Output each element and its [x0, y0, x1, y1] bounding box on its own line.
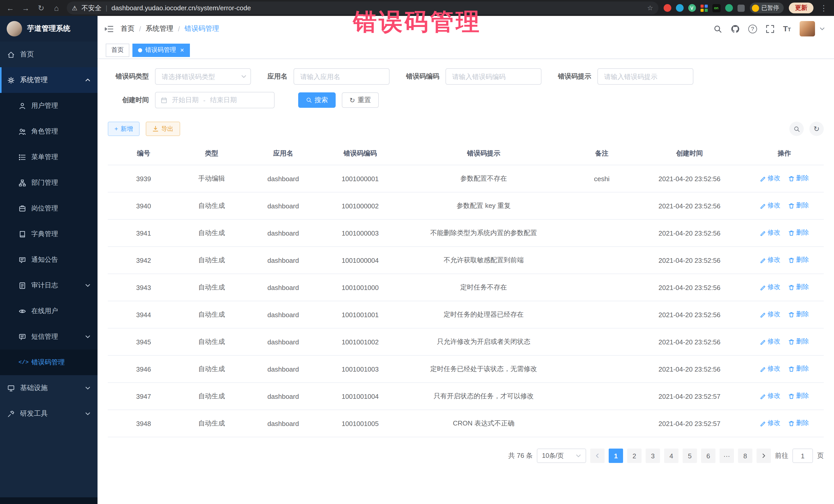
edit-link[interactable]: 修改	[760, 229, 781, 237]
sidebar-item-audit-log[interactable]: 审计日志	[0, 272, 97, 298]
sidebar-item-department-management[interactable]: 部门管理	[0, 170, 97, 196]
delete-link[interactable]: 删除	[788, 229, 809, 237]
sidebar-item-menu-management[interactable]: 菜单管理	[0, 144, 97, 170]
sidebar-item-system-management[interactable]: 系统管理	[0, 67, 97, 93]
sidebar-item-infrastructure[interactable]: 基础设施	[0, 375, 97, 401]
toggle-search-button[interactable]	[789, 122, 804, 136]
cell-remark	[570, 192, 634, 219]
browser-home-icon[interactable]: ⌂	[51, 4, 62, 12]
delete-link[interactable]: 删除	[788, 201, 809, 210]
goto-page-input[interactable]	[792, 448, 813, 463]
delete-link[interactable]: 删除	[788, 283, 809, 292]
error-message-input[interactable]	[597, 68, 694, 85]
reset-button[interactable]: ↻ 重置	[342, 92, 379, 108]
page-button-2[interactable]: 2	[627, 448, 641, 463]
browser-back-icon[interactable]: ←	[5, 4, 15, 12]
edit-link[interactable]: 修改	[760, 392, 781, 400]
page-size-select[interactable]: 10条/页	[537, 448, 586, 463]
pencil-icon	[760, 284, 766, 290]
sidebar-item-role-management[interactable]: 角色管理	[0, 118, 97, 144]
page-button-8[interactable]: 8	[738, 448, 752, 463]
sidebar-item-sms-management[interactable]: 短信管理	[0, 324, 97, 350]
page-button-1[interactable]: 1	[609, 448, 623, 463]
pencil-icon	[760, 230, 766, 236]
sidebar-item-error-code-management[interactable]: </> 错误码管理	[0, 350, 97, 375]
page-button-6[interactable]: 6	[701, 448, 716, 463]
browser-reload-icon[interactable]: ↻	[36, 3, 46, 13]
delete-link[interactable]: 删除	[788, 419, 809, 428]
extension-on-badge-icon[interactable]: on	[712, 4, 720, 12]
app-name-input[interactable]	[293, 68, 390, 85]
add-button[interactable]: + 新增	[108, 122, 139, 136]
error-type-select-input[interactable]	[155, 68, 251, 85]
edit-link[interactable]: 修改	[760, 337, 781, 346]
edit-link[interactable]: 修改	[760, 310, 781, 319]
breadcrumb-system[interactable]: 系统管理	[146, 24, 174, 34]
sidebar-item-post-management[interactable]: 岗位管理	[0, 196, 97, 221]
sidebar-item-home[interactable]: 首页	[0, 42, 97, 67]
extension-blue-icon[interactable]	[676, 4, 683, 12]
delete-link[interactable]: 删除	[788, 392, 809, 400]
user-avatar[interactable]	[799, 21, 815, 37]
address-bar[interactable]: ⚠ 不安全 | dashboard.yudao.iocoder.cn/syste…	[67, 2, 658, 14]
collapse-sidebar-button[interactable]	[105, 24, 113, 33]
close-tab-icon[interactable]: ×	[180, 46, 184, 54]
extensions-puzzle-icon[interactable]	[737, 4, 744, 12]
col-type: 类型	[179, 142, 244, 165]
next-page-button[interactable]	[756, 448, 771, 463]
page-button-5[interactable]: 5	[683, 448, 697, 463]
delete-link[interactable]: 删除	[788, 310, 809, 319]
edit-link[interactable]: 修改	[760, 365, 781, 373]
refresh-table-button[interactable]: ↻	[809, 122, 824, 136]
edit-link[interactable]: 修改	[760, 419, 781, 428]
export-button[interactable]: 导出	[146, 122, 180, 136]
sidebar-item-notice[interactable]: 通知公告	[0, 247, 97, 272]
users-icon	[19, 128, 26, 135]
edit-link[interactable]: 修改	[760, 174, 781, 183]
extension-grid-icon[interactable]	[700, 4, 707, 12]
sidebar-item-dict-management[interactable]: 字典管理	[0, 221, 97, 247]
search-icon[interactable]	[713, 24, 722, 33]
edit-link[interactable]: 修改	[760, 283, 781, 292]
error-type-select[interactable]	[155, 68, 251, 85]
delete-link[interactable]: 删除	[788, 337, 809, 346]
tab-home[interactable]: 首页	[106, 43, 129, 57]
delete-link[interactable]: 删除	[788, 256, 809, 265]
edit-link[interactable]: 修改	[760, 201, 781, 210]
page-button-4[interactable]: 4	[664, 448, 679, 463]
cell-created-time: 2021-04-20 23:52:56	[634, 165, 745, 192]
page-button-3[interactable]: 3	[646, 448, 660, 463]
browser-forward-icon[interactable]: →	[21, 4, 31, 12]
error-code-input[interactable]	[445, 68, 542, 85]
browser-menu-kebab-icon[interactable]: ⋮	[819, 3, 829, 13]
extension-green-icon[interactable]	[725, 4, 733, 12]
cell-created-time: 2021-04-20 23:52:56	[634, 301, 745, 328]
table-body: 3939 手动编辑 dashboard 1001000001 参数配置不存在 c…	[108, 165, 824, 437]
delete-link[interactable]: 删除	[788, 174, 809, 183]
tab-error-code-management[interactable]: 错误码管理 ×	[132, 43, 190, 57]
search-button[interactable]: 搜索	[298, 92, 336, 108]
cell-remark	[570, 301, 634, 328]
breadcrumb-home[interactable]: 首页	[120, 24, 134, 34]
sidebar-item-online-users[interactable]: 在线用户	[0, 298, 97, 324]
create-time-range-picker[interactable]: 开始日期 - 结束日期	[155, 92, 275, 108]
prev-page-button[interactable]	[590, 448, 605, 463]
github-icon[interactable]	[730, 24, 739, 33]
vue-devtools-icon[interactable]: V	[688, 4, 696, 12]
delete-link[interactable]: 删除	[788, 365, 809, 373]
profile-paused-badge[interactable]: 已暂停	[750, 3, 784, 13]
browser-update-button[interactable]: 更新	[789, 3, 813, 13]
cell-id: 3943	[108, 274, 179, 301]
bookmark-star-icon[interactable]: ☆	[647, 4, 653, 12]
font-size-icon[interactable]: TT	[783, 24, 791, 34]
page-ellipsis[interactable]: ···	[720, 448, 734, 463]
cell-remark	[570, 382, 634, 410]
sidebar-item-dev-tools[interactable]: 研发工具	[0, 401, 97, 426]
help-icon[interactable]: ?	[748, 24, 757, 33]
fullscreen-icon[interactable]	[766, 24, 774, 33]
sidebar-item-user-management[interactable]: 用户管理	[0, 93, 97, 118]
extension-red-icon[interactable]	[663, 4, 671, 12]
edit-link[interactable]: 修改	[760, 256, 781, 265]
chevron-down-icon	[576, 453, 581, 458]
chevron-down-icon[interactable]	[820, 26, 825, 31]
